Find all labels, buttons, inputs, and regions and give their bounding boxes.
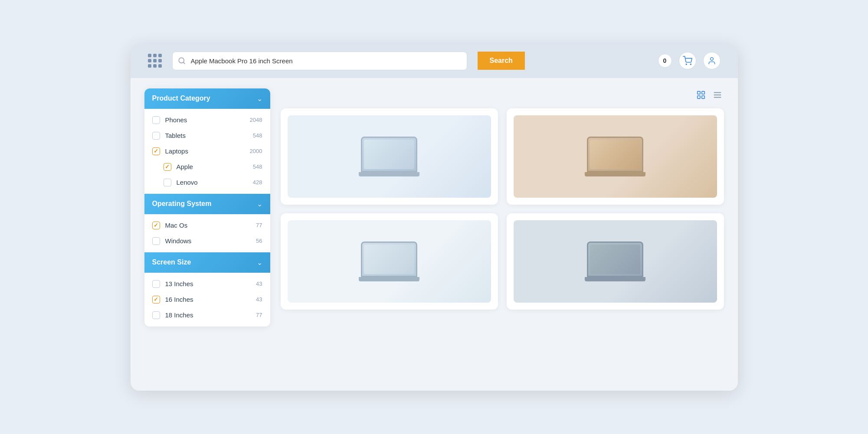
- svg-line-1: [183, 62, 184, 63]
- filter-count-18inch: 77: [256, 312, 262, 318]
- filter-label-16inch: 16 Inches: [165, 296, 251, 303]
- product-card-2[interactable]: [507, 108, 724, 205]
- filter-item-phones[interactable]: Phones 2048: [144, 112, 270, 128]
- grid-view-button[interactable]: [694, 88, 708, 101]
- filter-item-13inch[interactable]: 13 Inches 43: [144, 276, 270, 292]
- filter-item-macos[interactable]: ✓ Mac Os 77: [144, 218, 270, 233]
- checkbox-13inch[interactable]: [152, 280, 160, 288]
- product-card-3[interactable]: [281, 213, 498, 310]
- search-bar: [172, 52, 467, 70]
- filter-item-18inch[interactable]: 18 Inches 77: [144, 307, 270, 323]
- search-button[interactable]: Search: [478, 52, 525, 70]
- grid-menu-icon[interactable]: [148, 54, 162, 68]
- filter-item-16inch[interactable]: ✓ 16 Inches 43: [144, 292, 270, 307]
- svg-point-2: [686, 64, 687, 65]
- checkmark-laptops: ✓: [154, 148, 158, 154]
- filter-count-windows: 56: [256, 238, 262, 244]
- header: Search 0: [131, 44, 738, 78]
- filter-label-apple: Apple: [177, 163, 248, 170]
- filter-count-13inch: 43: [256, 281, 262, 287]
- filter-label-laptops: Laptops: [165, 147, 245, 155]
- filter-count-tablets: 548: [253, 132, 262, 139]
- filter-section-screen-size[interactable]: Screen Size ⌄: [144, 252, 270, 273]
- filter-section-os-title: Operating System: [152, 200, 212, 208]
- filter-item-laptops[interactable]: ✓ Laptops 2000: [144, 144, 270, 159]
- list-view-button[interactable]: [711, 88, 724, 101]
- product-card-4[interactable]: [507, 213, 724, 310]
- filter-item-apple[interactable]: ✓ Apple 548: [144, 159, 270, 175]
- product-image-2: [514, 115, 717, 198]
- main-content: Product Category ⌄ Phones 2048 Tablets 5…: [131, 78, 738, 382]
- filter-section-os[interactable]: Operating System ⌄: [144, 194, 270, 214]
- svg-rect-5: [697, 91, 700, 94]
- product-area-header: [281, 88, 724, 101]
- chevron-down-icon-os: ⌄: [257, 200, 262, 208]
- filter-count-lenovo: 428: [253, 179, 262, 186]
- filter-section-product-category[interactable]: Product Category ⌄: [144, 88, 270, 109]
- product-image-3: [288, 220, 491, 303]
- filter-label-windows: Windows: [165, 237, 251, 245]
- filter-count-macos: 77: [256, 222, 262, 228]
- filter-section-product-category-title: Product Category: [152, 95, 210, 102]
- filter-label-phones: Phones: [165, 116, 245, 124]
- checkmark-macos: ✓: [154, 222, 158, 228]
- svg-point-4: [710, 58, 713, 61]
- search-icon: [173, 57, 191, 65]
- product-area: [281, 88, 724, 371]
- filter-item-windows[interactable]: Windows 56: [144, 233, 270, 249]
- checkbox-18inch[interactable]: [152, 311, 160, 319]
- sidebar: Product Category ⌄ Phones 2048 Tablets 5…: [144, 88, 270, 326]
- checkbox-lenovo[interactable]: [164, 179, 171, 186]
- filter-count-laptops: 2000: [250, 148, 262, 154]
- filter-count-16inch: 43: [256, 296, 262, 303]
- checkbox-tablets[interactable]: [152, 132, 160, 140]
- filter-label-macos: Mac Os: [165, 222, 251, 229]
- product-card-1[interactable]: [281, 108, 498, 205]
- checkbox-apple[interactable]: ✓: [164, 163, 171, 171]
- svg-point-3: [690, 64, 691, 65]
- filter-label-13inch: 13 Inches: [165, 280, 251, 287]
- filter-label-18inch: 18 Inches: [165, 311, 251, 319]
- filter-items-screen-size: 13 Inches 43 ✓ 16 Inches 43 18 Inches 77: [144, 273, 270, 326]
- filter-label-tablets: Tablets: [165, 132, 248, 139]
- product-grid: [281, 108, 724, 310]
- filter-count-phones: 2048: [250, 117, 262, 123]
- checkbox-phones[interactable]: [152, 116, 160, 124]
- product-image-4: [514, 220, 717, 303]
- filter-count-apple: 548: [253, 163, 262, 170]
- filter-items-product-category: Phones 2048 Tablets 548 ✓ Laptops 2000: [144, 109, 270, 194]
- search-input[interactable]: [191, 52, 467, 70]
- filter-label-lenovo: Lenovo: [177, 179, 248, 186]
- user-button[interactable]: [703, 52, 721, 69]
- chevron-down-icon-screen: ⌄: [257, 258, 262, 267]
- svg-rect-7: [697, 95, 700, 98]
- svg-rect-6: [701, 91, 704, 94]
- filter-items-os: ✓ Mac Os 77 Windows 56: [144, 214, 270, 252]
- browser-window: Search 0 Product Category: [131, 44, 738, 391]
- filter-item-tablets[interactable]: Tablets 548: [144, 128, 270, 144]
- cart-button[interactable]: [679, 52, 696, 69]
- checkbox-laptops[interactable]: ✓: [152, 147, 160, 155]
- chevron-down-icon: ⌄: [257, 95, 262, 103]
- filter-item-lenovo[interactable]: Lenovo 428: [144, 175, 270, 190]
- svg-rect-8: [701, 95, 704, 98]
- checkbox-windows[interactable]: [152, 237, 160, 245]
- checkbox-16inch[interactable]: ✓: [152, 296, 160, 303]
- filter-section-screen-size-title: Screen Size: [152, 258, 191, 266]
- checkmark-16inch: ✓: [154, 297, 158, 302]
- checkbox-macos[interactable]: ✓: [152, 222, 160, 229]
- product-image-1: [288, 115, 491, 198]
- header-right: 0: [658, 52, 721, 69]
- cart-badge: 0: [658, 54, 672, 68]
- checkmark-apple: ✓: [165, 164, 170, 170]
